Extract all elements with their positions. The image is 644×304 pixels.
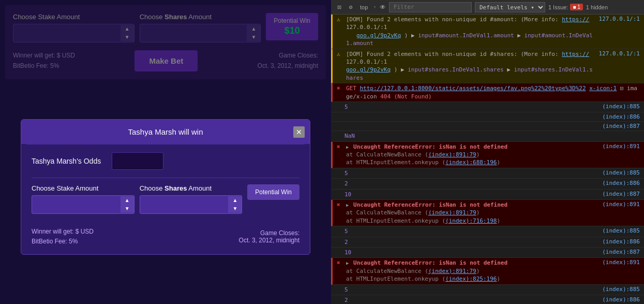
console-num-2-2: 2 (index):886 [331, 237, 644, 248]
modal-shares-increment-button[interactable]: ▲ [228, 196, 242, 205]
stack-link-3b[interactable]: (index):825:196 [445, 276, 497, 282]
console-error-get: ✖ GET http://127.0.0.1:8000/static/asset… [331, 83, 644, 102]
console-num-5-4: 5 (index):885 [331, 285, 644, 295]
modal-game-closes: Game Closes: Oct. 3, 2012, midnight [239, 229, 299, 244]
console-nan: NaN [331, 131, 644, 141]
bet-modal: Tashya Marsh will win ✕ Tashya Marsh's O… [21, 119, 310, 255]
modal-body: Tashya Marsh's Odds 59.00 Choose Stake A… [21, 144, 310, 222]
console-num-2-3: 2 (index):886 [331, 295, 644, 304]
warn-location-2[interactable]: 127.0.0.1/:1 [599, 50, 640, 57]
issue-label: 1 Issue: [548, 4, 568, 10]
modal-stake-spinner: 4 ▲ ▼ [32, 195, 134, 214]
error-icon-1: ✖ [337, 143, 344, 150]
stack-link-1b[interactable]: (index):688:196 [445, 159, 497, 166]
console-error-2: ✖ ▶ Uncaught ReferenceError: isNan is no… [331, 200, 644, 226]
modal-shares-spinner: 4 ▲ ▼ [140, 195, 243, 214]
error-content-1: ▶ Uncaught ReferenceError: isNan is not … [346, 143, 598, 167]
modal-stake-group: Choose Stake Amount 4 ▲ ▼ [32, 184, 134, 214]
modal-stake-increment-button[interactable]: ▲ [121, 196, 134, 205]
modal-shares-spinner-buttons: ▲ ▼ [228, 196, 242, 213]
get-link[interactable]: http://127.0.0.1:8000/static/assets/imag… [360, 85, 586, 92]
modal-stake-spinner-buttons: ▲ ▼ [121, 196, 134, 213]
dropdown-arrow[interactable]: ▾ [373, 4, 377, 10]
modal-bottom: Winner will get: $ USD BitBetio Fee: 5% … [21, 222, 310, 254]
inspector-icon[interactable]: ⊡ [335, 3, 343, 11]
modal-divider-2 [32, 178, 299, 178]
modal-shares-label: Choose Shares Amount [140, 184, 243, 192]
modal-overlay: Tashya Marsh will win ✕ Tashya Marsh's O… [0, 0, 331, 304]
modal-title: Tashya Marsh will win [128, 127, 203, 136]
error-content-3: ▶ Uncaught ReferenceError: isNan is not … [346, 259, 598, 283]
warn-content-1: [DOM] Found 2 elements with non-unique i… [346, 16, 595, 48]
error-icon-get: ✖ [337, 85, 344, 92]
modal-shares-group: Choose Shares Amount 4 ▲ ▼ [140, 184, 243, 214]
odds-input[interactable]: 59.00 [112, 152, 163, 170]
issue-badge[interactable]: ■ 1 [570, 4, 582, 10]
error-content-2: ▶ Uncaught ReferenceError: isNan is not … [346, 201, 598, 225]
devtools-panel: ⊡ ⊘ top ▾ 👁 Default levels ▾ 1 Issue: ■ … [331, 0, 644, 304]
error-loc-2[interactable]: (index):891 [602, 201, 640, 208]
eye-icon[interactable]: 👁 [380, 4, 386, 11]
levels-dropdown[interactable]: Default levels ▾ [475, 2, 545, 12]
modal-potential-win-box: Potential Win [247, 184, 299, 200]
warn-icon-2: ⚠ [337, 51, 344, 57]
error-icon-2: ✖ [337, 201, 344, 208]
modal-fee: BitBetio Fee: 5% [32, 237, 94, 247]
dom-link-2[interactable]: https:// [562, 51, 589, 57]
console-num-2-1: 2 (index):886 [331, 179, 644, 189]
modal-stake-input[interactable]: 4 [32, 196, 121, 213]
console-num-blank-2: (index):887 [331, 122, 644, 131]
modal-bet-info: Winner will get: $ USD BitBetio Fee: 5% [32, 227, 94, 247]
devtools-toolbar: ⊡ ⊘ top ▾ 👁 Default levels ▾ 1 Issue: ■ … [331, 0, 644, 15]
modal-close-button[interactable]: ✕ [293, 126, 305, 138]
dom-link-1[interactable]: https:// [562, 16, 589, 23]
console-warn-2: ⚠ [DOM] Found 2 elements with non-unique… [331, 49, 644, 84]
modal-bet-row: Choose Stake Amount 4 ▲ ▼ Choose Shares … [32, 184, 299, 214]
console-warn-1: ⚠ [DOM] Found 2 elements with non-unique… [331, 15, 644, 49]
console-num-5-1: 5 (index):885 [331, 102, 644, 112]
stack-link-2b[interactable]: (index):716:198 [445, 218, 497, 224]
modal-winner-gets: Winner will get: $ USD [32, 227, 94, 237]
modal-closes-label: Game Closes: [239, 229, 299, 237]
warn-icon-1: ⚠ [337, 16, 344, 23]
console-icon[interactable]: ⊘ [347, 3, 355, 11]
console-num-10-1: 10 (index):887 [331, 190, 644, 200]
issue-section: 1 Issue: ■ 1 [548, 4, 583, 10]
modal-shares-input[interactable]: 4 [140, 196, 229, 213]
modal-shares-decrement-button[interactable]: ▼ [228, 205, 242, 213]
modal-potential-win-label: Potential Win [255, 189, 292, 196]
hidden-label: 1 hidden [586, 4, 608, 10]
warn-location-1[interactable]: 127.0.0.1/:1 [599, 16, 640, 22]
console-num-5-3: 5 (index):885 [331, 226, 644, 237]
odds-label: Tashya Marsh's Odds [32, 157, 104, 165]
error-content-get: GET http://127.0.0.1:8000/static/assets/… [346, 84, 640, 100]
warn-content-2: [DOM] Found 2 elements with non-unique i… [346, 50, 595, 82]
odds-row: Tashya Marsh's Odds 59.00 [32, 152, 299, 170]
error-loc-3[interactable]: (index):891 [602, 259, 640, 266]
dom-link-1b[interactable]: goo.gl/9p2vKq [356, 32, 401, 39]
console-num-blank-1: (index):886 [331, 112, 644, 122]
modal-stake-label: Choose Stake Amount [32, 184, 134, 192]
console-error-3: ✖ ▶ Uncaught ReferenceError: isNan is no… [331, 258, 644, 284]
console-content: ⚠ [DOM] Found 2 elements with non-unique… [331, 15, 644, 304]
stack-link-3a[interactable]: (index):891:79 [428, 268, 476, 274]
stack-link-1a[interactable]: (index):891:79 [428, 151, 476, 158]
left-panel: Choose Stake Amount 5 ▲ ▼ Choose Shares … [0, 0, 331, 304]
filter-input[interactable] [389, 2, 472, 12]
xicon-link[interactable]: x-icon:1 [589, 85, 617, 92]
console-num-10-2: 10 (index):887 [331, 248, 644, 258]
top-tab[interactable]: top [358, 3, 370, 11]
modal-header: Tashya Marsh will win ✕ [21, 120, 310, 144]
error-icon-3: ✖ [337, 259, 344, 266]
num-loc-1[interactable]: (index):885 [602, 103, 640, 110]
modal-stake-decrement-button[interactable]: ▼ [121, 205, 134, 213]
modal-closes-date: Oct. 3, 2012, midnight [239, 237, 299, 244]
console-error-1: ✖ ▶ Uncaught ReferenceError: isNan is no… [331, 142, 644, 168]
dom-link-2b[interactable]: goo.gl/9p2vKq [346, 66, 391, 73]
console-num-5-2: 5 (index):885 [331, 168, 644, 179]
error-loc-1[interactable]: (index):891 [602, 143, 640, 150]
num-content-1: 5 [345, 103, 598, 111]
stack-link-2a[interactable]: (index):891:79 [428, 209, 476, 216]
